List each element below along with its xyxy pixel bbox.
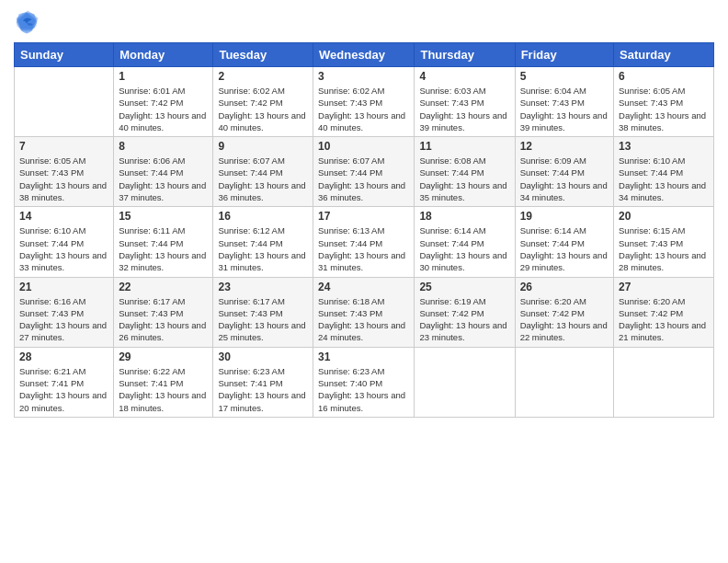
daylight-hours: Daylight: 13 hours and 39 minutes. xyxy=(520,110,608,132)
day-info: Sunrise: 6:01 AM Sunset: 7:42 PM Dayligh… xyxy=(119,85,208,133)
sunset-time: Sunset: 7:43 PM xyxy=(318,308,382,318)
day-info: Sunrise: 6:20 AM Sunset: 7:42 PM Dayligh… xyxy=(619,295,709,344)
sunrise-time: Sunrise: 6:21 AM xyxy=(19,366,85,376)
sunrise-time: Sunrise: 6:20 AM xyxy=(619,296,685,306)
calendar-day-header: Thursday xyxy=(415,43,515,67)
sunrise-time: Sunrise: 6:23 AM xyxy=(218,366,284,376)
calendar-day-cell: 26 Sunrise: 6:20 AM Sunset: 7:42 PM Dayl… xyxy=(515,277,613,347)
sunset-time: Sunset: 7:44 PM xyxy=(119,238,183,248)
calendar-day-cell: 10 Sunrise: 6:07 AM Sunset: 7:44 PM Dayl… xyxy=(313,137,415,207)
calendar-day-cell: 24 Sunrise: 6:18 AM Sunset: 7:43 PM Dayl… xyxy=(313,277,415,347)
sunrise-time: Sunrise: 6:17 AM xyxy=(119,296,185,306)
calendar-week-row: 7 Sunrise: 6:05 AM Sunset: 7:43 PM Dayli… xyxy=(15,137,714,207)
day-info: Sunrise: 6:19 AM Sunset: 7:42 PM Dayligh… xyxy=(419,295,509,344)
day-number: 7 xyxy=(19,140,108,153)
day-number: 11 xyxy=(419,140,509,153)
daylight-hours: Daylight: 13 hours and 36 minutes. xyxy=(218,180,305,202)
sunrise-time: Sunrise: 6:09 AM xyxy=(520,155,586,166)
calendar-day-cell: 15 Sunrise: 6:11 AM Sunset: 7:44 PM Dayl… xyxy=(114,207,213,277)
day-info: Sunrise: 6:05 AM Sunset: 7:43 PM Dayligh… xyxy=(619,85,709,133)
sunset-time: Sunset: 7:42 PM xyxy=(619,308,683,318)
day-number: 4 xyxy=(419,70,509,83)
day-info: Sunrise: 6:03 AM Sunset: 7:43 PM Dayligh… xyxy=(419,85,509,133)
calendar-week-row: 1 Sunrise: 6:01 AM Sunset: 7:42 PM Dayli… xyxy=(15,67,714,137)
daylight-hours: Daylight: 13 hours and 38 minutes. xyxy=(619,110,706,132)
day-info: Sunrise: 6:09 AM Sunset: 7:44 PM Dayligh… xyxy=(520,155,609,203)
sunrise-time: Sunrise: 6:04 AM xyxy=(520,86,586,96)
sunset-time: Sunset: 7:43 PM xyxy=(218,308,282,318)
day-number: 14 xyxy=(19,210,108,223)
calendar-week-row: 21 Sunrise: 6:16 AM Sunset: 7:43 PM Dayl… xyxy=(15,277,714,347)
sunrise-time: Sunrise: 6:03 AM xyxy=(419,86,485,96)
day-number: 16 xyxy=(218,210,308,223)
calendar-day-cell: 8 Sunrise: 6:06 AM Sunset: 7:44 PM Dayli… xyxy=(114,137,213,207)
calendar-day-cell: 6 Sunrise: 6:05 AM Sunset: 7:43 PM Dayli… xyxy=(614,67,714,137)
sunrise-time: Sunrise: 6:10 AM xyxy=(619,155,685,166)
daylight-hours: Daylight: 13 hours and 29 minutes. xyxy=(520,250,608,272)
sunset-time: Sunset: 7:42 PM xyxy=(218,98,282,108)
sunrise-time: Sunrise: 6:02 AM xyxy=(218,86,284,96)
daylight-hours: Daylight: 13 hours and 22 minutes. xyxy=(520,320,608,342)
calendar-day-cell: 28 Sunrise: 6:21 AM Sunset: 7:41 PM Dayl… xyxy=(15,347,114,417)
day-number: 1 xyxy=(119,70,208,83)
logo xyxy=(14,9,43,35)
sunrise-time: Sunrise: 6:10 AM xyxy=(19,225,85,236)
day-info: Sunrise: 6:06 AM Sunset: 7:44 PM Dayligh… xyxy=(119,155,208,203)
calendar-day-cell: 29 Sunrise: 6:22 AM Sunset: 7:41 PM Dayl… xyxy=(114,347,213,417)
sunset-time: Sunset: 7:44 PM xyxy=(520,167,585,178)
sunset-time: Sunset: 7:41 PM xyxy=(218,378,282,388)
calendar-day-header: Wednesday xyxy=(313,43,415,67)
day-number: 26 xyxy=(520,281,609,293)
day-info: Sunrise: 6:08 AM Sunset: 7:44 PM Dayligh… xyxy=(419,155,509,203)
sunset-time: Sunset: 7:42 PM xyxy=(419,308,483,318)
day-number: 2 xyxy=(218,70,308,83)
sunset-time: Sunset: 7:43 PM xyxy=(619,98,683,108)
day-number: 20 xyxy=(619,210,709,223)
daylight-hours: Daylight: 13 hours and 26 minutes. xyxy=(119,320,206,342)
sunrise-time: Sunrise: 6:07 AM xyxy=(218,155,284,166)
day-info: Sunrise: 6:22 AM Sunset: 7:41 PM Dayligh… xyxy=(119,365,208,414)
day-info: Sunrise: 6:14 AM Sunset: 7:44 PM Dayligh… xyxy=(419,224,509,273)
calendar-day-cell: 20 Sunrise: 6:15 AM Sunset: 7:43 PM Dayl… xyxy=(614,207,714,277)
sunset-time: Sunset: 7:44 PM xyxy=(520,238,585,248)
daylight-hours: Daylight: 13 hours and 27 minutes. xyxy=(19,320,107,342)
sunrise-time: Sunrise: 6:17 AM xyxy=(218,296,284,306)
daylight-hours: Daylight: 13 hours and 16 minutes. xyxy=(318,390,405,412)
day-number: 9 xyxy=(218,140,308,153)
day-info: Sunrise: 6:17 AM Sunset: 7:43 PM Dayligh… xyxy=(119,295,208,344)
day-number: 28 xyxy=(19,350,108,363)
daylight-hours: Daylight: 13 hours and 28 minutes. xyxy=(619,250,706,272)
calendar-day-header: Saturday xyxy=(614,43,714,67)
sunset-time: Sunset: 7:44 PM xyxy=(619,167,683,178)
sunset-time: Sunset: 7:43 PM xyxy=(318,98,382,108)
daylight-hours: Daylight: 13 hours and 32 minutes. xyxy=(119,250,206,272)
calendar-day-cell: 25 Sunrise: 6:19 AM Sunset: 7:42 PM Dayl… xyxy=(415,277,515,347)
calendar-week-row: 28 Sunrise: 6:21 AM Sunset: 7:41 PM Dayl… xyxy=(15,347,714,417)
day-number: 31 xyxy=(318,350,409,363)
day-info: Sunrise: 6:15 AM Sunset: 7:43 PM Dayligh… xyxy=(619,224,709,273)
calendar-day-cell xyxy=(15,67,114,137)
sunset-time: Sunset: 7:43 PM xyxy=(419,98,483,108)
day-number: 13 xyxy=(619,140,709,153)
sunrise-time: Sunrise: 6:11 AM xyxy=(119,225,185,236)
calendar-week-row: 14 Sunrise: 6:10 AM Sunset: 7:44 PM Dayl… xyxy=(15,207,714,277)
day-info: Sunrise: 6:10 AM Sunset: 7:44 PM Dayligh… xyxy=(19,224,108,273)
daylight-hours: Daylight: 13 hours and 34 minutes. xyxy=(520,180,608,202)
sunrise-time: Sunrise: 6:07 AM xyxy=(318,155,384,166)
day-number: 10 xyxy=(318,140,409,153)
daylight-hours: Daylight: 13 hours and 18 minutes. xyxy=(119,390,206,412)
daylight-hours: Daylight: 13 hours and 20 minutes. xyxy=(19,390,107,412)
calendar-day-cell: 19 Sunrise: 6:14 AM Sunset: 7:44 PM Dayl… xyxy=(515,207,613,277)
day-info: Sunrise: 6:04 AM Sunset: 7:43 PM Dayligh… xyxy=(520,85,609,133)
day-number: 21 xyxy=(19,281,108,293)
sunset-time: Sunset: 7:42 PM xyxy=(119,98,183,108)
day-number: 18 xyxy=(419,210,509,223)
sunset-time: Sunset: 7:44 PM xyxy=(119,167,183,178)
logo-icon xyxy=(14,9,40,35)
calendar-day-cell: 21 Sunrise: 6:16 AM Sunset: 7:43 PM Dayl… xyxy=(15,277,114,347)
calendar-table: SundayMondayTuesdayWednesdayThursdayFrid… xyxy=(14,42,714,418)
calendar-day-cell: 5 Sunrise: 6:04 AM Sunset: 7:43 PM Dayli… xyxy=(515,67,613,137)
day-info: Sunrise: 6:10 AM Sunset: 7:44 PM Dayligh… xyxy=(619,155,709,203)
sunrise-time: Sunrise: 6:02 AM xyxy=(318,86,384,96)
calendar-day-cell: 7 Sunrise: 6:05 AM Sunset: 7:43 PM Dayli… xyxy=(15,137,114,207)
